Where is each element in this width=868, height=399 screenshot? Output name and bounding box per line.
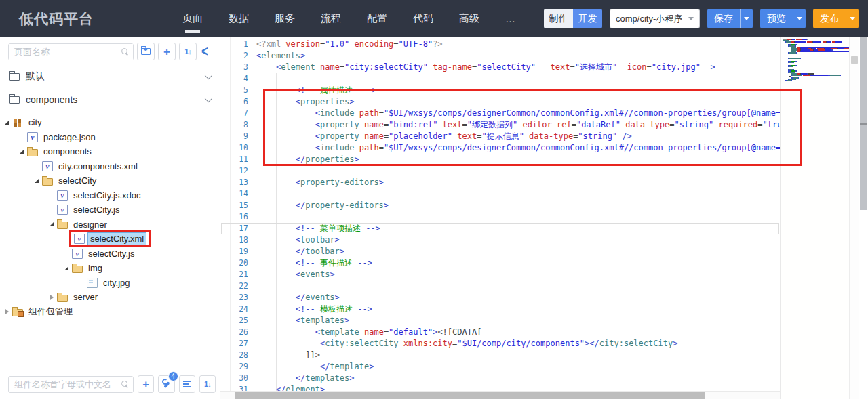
tree-item-label[interactable]: img [86,262,104,274]
tree-item-组件包管理[interactable]: 组件包管理 [0,305,220,320]
code-line-24[interactable]: <!-- 模板描述 --> [256,303,780,315]
nav-item-7[interactable]: … [492,0,528,37]
nav-item-5[interactable]: 代码 [400,0,446,37]
code-content[interactable]: <?xml version="1.0" encoding="UTF-8"?><e… [256,39,780,391]
add-page-button[interactable]: + [158,43,176,60]
code-line-25[interactable]: <templates> [256,315,780,327]
tree-collapsed-icon[interactable] [47,295,56,300]
vertical-scrollbar-thumb[interactable] [860,37,867,210]
horizontal-scrollbar-thumb[interactable] [235,392,705,399]
tree-item-selectCity.js[interactable]: vselectCity.js [0,247,220,261]
tree-item-label[interactable]: selectCity [56,175,98,186]
save-dropdown-button[interactable] [740,9,753,28]
code-line-8[interactable]: <property name="bind:ref" text="绑定数据列" e… [256,119,780,131]
mode-make-button[interactable]: 制作 [544,9,573,28]
tree-item-selectCity[interactable]: selectCity [0,173,220,188]
tree-item-label[interactable]: server [71,291,100,303]
code-line-2[interactable]: <elements> [256,50,780,62]
nav-item-4[interactable]: 配置 [354,0,400,37]
code-line-10[interactable]: <include path="$UI/wxsys/comps/designerC… [256,142,780,154]
add-component-button[interactable]: + [138,375,154,393]
code-line-1[interactable]: <?xml version="1.0" encoding="UTF-8"?> [256,39,780,50]
horizontal-scrollbar[interactable] [220,391,780,399]
code-line-7[interactable]: <include path="$UI/wxsys/comps/designerC… [256,108,780,119]
tree-item-selectCity.xml[interactable]: vselectCity.xml [0,232,220,247]
publish-button[interactable]: 发布 [813,9,859,28]
tree-item-selectCity.js.xdoc[interactable]: vselectCity.js.xdoc [0,188,220,203]
code-line-28[interactable]: ]]> [256,350,780,361]
vertical-scrollbar[interactable] [859,37,868,399]
code-line-27[interactable]: <city:selectCity xmlns:city="$UI/comp/ci… [256,338,780,350]
mode-dev-button[interactable]: 开发 [573,9,602,28]
code-line-17[interactable]: <!-- 菜单项描述 --> [256,223,780,234]
tree-item-label[interactable]: city.components.xml [56,161,140,172]
code-line-21[interactable]: <events> [256,269,780,280]
section-default[interactable]: 默认 [0,66,220,87]
code-line-12[interactable] [256,165,780,177]
save-button[interactable]: 保存 [707,9,753,28]
code-line-14[interactable] [256,188,780,200]
tree-expanded-icon[interactable] [62,266,71,270]
tree-item-label[interactable]: designer [71,219,109,230]
code-line-9[interactable]: <property name="placeholder" text="提示信息"… [256,131,780,142]
code-line-20[interactable]: <!-- 事件描述 --> [256,257,780,269]
chevron-down-icon[interactable] [205,95,212,102]
code-line-29[interactable]: </template> [256,361,780,373]
code-line-6[interactable]: <properties> [256,96,780,108]
code-line-23[interactable]: </events> [256,292,780,303]
tree-collapsed-icon[interactable] [3,309,11,314]
tree-item-label[interactable]: components [41,146,94,157]
tree-item-city.components.xml[interactable]: vcity.components.xml [0,159,220,174]
tree-item-img[interactable]: img [0,261,220,276]
chevron-down-icon[interactable] [205,72,212,79]
code-line-16[interactable] [256,211,780,223]
code-line-31[interactable]: </element> [256,384,780,391]
preview-button[interactable]: 预览 [760,9,806,28]
tree-item-label[interactable]: city [26,117,44,128]
tree-item-label[interactable]: city.jpg [101,277,132,289]
tree-item-server[interactable]: server [0,290,220,305]
tree-expanded-icon[interactable] [33,179,41,183]
code-line-3[interactable]: <element name="city:selectCity" tag-name… [256,62,780,73]
publish-dropdown-button[interactable] [846,9,859,28]
code-line-26[interactable]: <template name="default"><![CDATA[ [256,327,780,338]
code-line-18[interactable]: <toolbar> [256,234,780,246]
nav-item-2[interactable]: 服务 [262,0,308,37]
tree-item-selectCity.js[interactable]: vselectCity.js [0,203,220,217]
minimap-scrollbar-thumb[interactable] [851,56,858,64]
component-search-input[interactable] [9,377,133,392]
tree-item-label[interactable]: selectCity.js [86,248,136,259]
code-line-30[interactable]: </templates> [256,373,780,384]
publish-button-label[interactable]: 发布 [813,9,846,28]
code-line-13[interactable]: <property-editors> [256,177,780,188]
save-button-label[interactable]: 保存 [707,9,740,28]
preview-button-label[interactable]: 预览 [760,9,793,28]
tree-expanded-icon[interactable] [3,121,11,125]
tree-item-label[interactable]: selectCity.js.xdoc [71,190,142,201]
sort-button[interactable]: 1↓ [179,43,197,60]
tree-item-label[interactable]: package.json [41,131,98,143]
page-search-input[interactable] [9,44,133,60]
tree-expanded-icon[interactable] [47,222,56,226]
tree-item-city[interactable]: city [0,115,220,130]
code-line-11[interactable]: </properties> [256,154,780,165]
nav-item-3[interactable]: 流程 [308,0,354,37]
minimap-scrollbar[interactable] [849,37,859,399]
tree-item-designer[interactable]: designer [0,217,220,232]
new-folder-button[interactable] [137,43,155,60]
minimap[interactable] [783,39,848,81]
tree-expanded-icon[interactable] [18,150,26,154]
tree-item-city.jpg[interactable]: city.jpg [0,276,220,291]
code-line-4[interactable] [256,73,780,85]
component-tools-button[interactable]: 4 [158,375,174,393]
tree-item-components[interactable]: components [0,144,220,159]
tree-item-package.json[interactable]: vpackage.json [0,130,220,145]
code-line-19[interactable]: </toolbar> [256,246,780,257]
nav-item-1[interactable]: 数据 [216,0,262,37]
component-list-button[interactable] [179,375,195,393]
collapse-sidebar-button[interactable]: < [201,43,208,60]
project-select[interactable]: comp/city-小程序 [610,9,700,28]
nav-item-6[interactable]: 高级 [446,0,492,37]
tree-item-label[interactable]: 组件包管理 [26,305,75,318]
code-line-5[interactable]: <!-- 属性描述 --> [256,85,780,96]
